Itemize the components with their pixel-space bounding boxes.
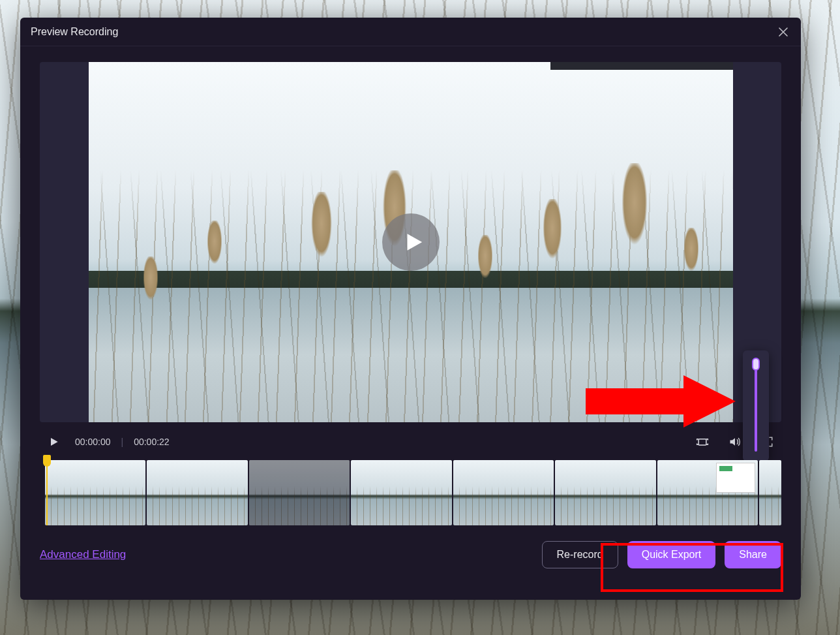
- timeline-thumbnail[interactable]: [555, 460, 655, 525]
- timeline-thumbnail[interactable]: [657, 460, 758, 525]
- current-time: 00:00:00: [75, 437, 111, 447]
- timeline-thumbnail[interactable]: [453, 460, 554, 525]
- volume-slider-thumb[interactable]: [752, 358, 760, 371]
- timeline-thumbnail[interactable]: [45, 460, 145, 525]
- timeline-thumbnail[interactable]: [759, 460, 781, 525]
- share-button[interactable]: Share: [725, 541, 781, 568]
- footer-actions: Advanced Editing Re-record Quick Export …: [40, 541, 781, 568]
- close-button[interactable]: [773, 22, 793, 42]
- titlebar: Preview Recording: [20, 18, 801, 46]
- close-icon: [779, 27, 788, 37]
- volume-slider-popup: [743, 350, 769, 461]
- play-button[interactable]: [42, 431, 65, 453]
- play-icon: [48, 437, 59, 447]
- time-display: 00:00:00 | 00:00:22: [75, 437, 170, 447]
- timeline-thumbnail[interactable]: [249, 460, 350, 525]
- timeline[interactable]: [40, 460, 781, 525]
- timeline-thumbnail[interactable]: [351, 460, 451, 525]
- preview-recording-dialog: Preview Recording: [20, 18, 801, 600]
- volume-icon: [728, 435, 742, 448]
- video-preview-pane: [40, 62, 781, 422]
- timeline-playhead[interactable]: [43, 455, 51, 525]
- play-circle-icon: [402, 231, 424, 253]
- re-record-button[interactable]: Re-record: [542, 541, 618, 568]
- timeline-thumbnail[interactable]: [147, 460, 247, 525]
- timeline-thumbnails: [45, 460, 781, 525]
- volume-slider[interactable]: [755, 360, 757, 452]
- video-frame[interactable]: [89, 62, 733, 422]
- snapshot-icon: [696, 435, 709, 448]
- recorder-toolbar-overlay: [550, 62, 733, 70]
- quick-export-button[interactable]: Quick Export: [627, 541, 716, 568]
- playback-controls: 00:00:00 | 00:00:22: [40, 426, 781, 457]
- svg-rect-2: [698, 439, 706, 445]
- snapshot-button[interactable]: [691, 431, 713, 453]
- total-time: 00:00:22: [134, 437, 170, 447]
- play-overlay-button[interactable]: [382, 213, 440, 271]
- time-separator: |: [121, 437, 124, 447]
- window-title: Preview Recording: [31, 26, 118, 38]
- advanced-editing-link[interactable]: Advanced Editing: [40, 548, 126, 561]
